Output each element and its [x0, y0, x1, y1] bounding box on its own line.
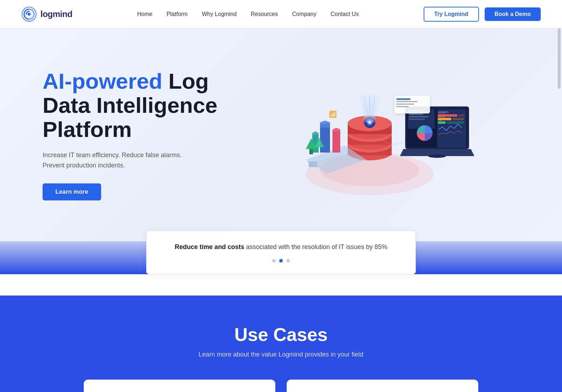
stats-bold: Reduce time and costs	[175, 243, 244, 250]
svg-marker-28	[312, 131, 319, 135]
use-cases-subtitle: Learn more about the value Logmind provi…	[21, 351, 541, 358]
nav-home[interactable]: Home	[137, 11, 153, 17]
use-cases-section: Use Cases Learn more about the value Log…	[0, 296, 562, 392]
use-cases-cards: Infrastructure	[21, 380, 541, 392]
svg-rect-60	[396, 101, 418, 102]
try-logmind-button[interactable]: Try Logmind	[424, 7, 479, 22]
svg-rect-62	[396, 106, 409, 107]
svg-text:LOW: LOW	[438, 119, 442, 121]
stats-text: Reduce time and costs associated with th…	[164, 242, 398, 252]
svg-marker-24	[320, 121, 330, 124]
nav-why-logmind[interactable]: Why Logmind	[202, 11, 237, 17]
use-cases-title: Use Cases	[21, 324, 541, 345]
network-card[interactable]: Network	[287, 380, 478, 392]
svg-text:Log Analytics: Log Analytics	[397, 98, 411, 100]
svg-rect-25	[332, 131, 340, 153]
dot-1[interactable]	[272, 259, 276, 263]
dot-3[interactable]	[286, 259, 290, 263]
learn-more-button[interactable]: Learn more	[43, 183, 101, 200]
hero-title-highlight: AI-powered	[43, 69, 162, 93]
stats-rest: associated with the resolution of IT iss…	[244, 243, 387, 250]
svg-rect-41	[409, 118, 425, 120]
svg-rect-52	[447, 121, 464, 124]
logo-link[interactable]: logmind	[21, 6, 72, 22]
svg-rect-50	[452, 118, 464, 120]
hero-title: AI-powered LogData IntelligencePlatform	[43, 69, 220, 142]
navigation: logmind Home Platform Why Logmind Resour…	[0, 0, 562, 28]
hero-section: AI-powered LogData IntelligencePlatform …	[0, 28, 562, 241]
dot-2[interactable]	[279, 259, 283, 263]
svg-rect-34	[309, 161, 317, 167]
infrastructure-card[interactable]: Infrastructure	[84, 380, 275, 392]
svg-rect-23	[320, 124, 330, 128]
svg-text:CRITICAL: CRITICAL	[438, 112, 446, 114]
nav-actions: Try Logmind Book a Demo	[424, 7, 541, 22]
nav-company[interactable]: Company	[292, 11, 316, 17]
logo-text: logmind	[40, 9, 72, 19]
nav-platform[interactable]: Platform	[166, 11, 188, 17]
svg-marker-26	[332, 128, 340, 131]
svg-rect-51	[438, 121, 446, 124]
hero-svg: 📶 RECOMMENDED ACTIONS	[260, 53, 480, 216]
hero-illustration: 📶 RECOMMENDED ACTIONS	[220, 50, 519, 220]
svg-point-57	[428, 154, 446, 158]
dots-indicator	[164, 259, 398, 263]
stats-banner: Reduce time and costs associated with th…	[146, 231, 416, 274]
hero-subtitle: Increase IT team efficiency. Reduce fals…	[43, 150, 192, 171]
svg-rect-48	[458, 114, 465, 117]
nav-links: Home Platform Why Logmind Resources Comp…	[137, 11, 359, 17]
svg-rect-30	[309, 149, 313, 154]
scrollbar-thumb[interactable]	[558, 18, 561, 89]
svg-text:MEDIUM: MEDIUM	[438, 116, 445, 118]
svg-rect-61	[396, 104, 414, 105]
hero-content: AI-powered LogData IntelligencePlatform …	[43, 69, 220, 200]
svg-rect-40	[409, 116, 429, 117]
svg-point-1	[28, 13, 31, 16]
nav-resources[interactable]: Resources	[251, 11, 278, 17]
logo-icon	[21, 6, 37, 22]
svg-rect-22	[320, 124, 330, 153]
nav-contact[interactable]: Contact Us	[331, 11, 359, 17]
book-demo-button[interactable]: Book a Demo	[485, 7, 541, 21]
svg-text:📶: 📶	[329, 110, 337, 118]
